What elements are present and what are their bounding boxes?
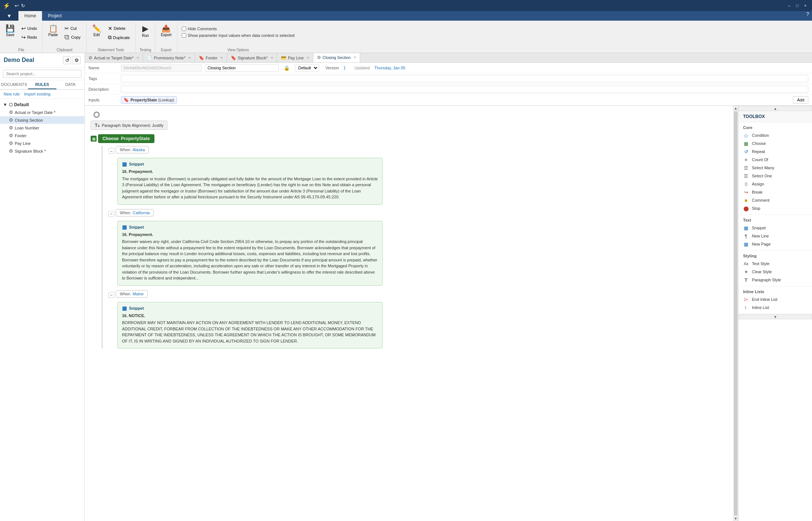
toolbox-item-inline-list[interactable]: I. Inline List — [739, 303, 812, 312]
tab-promissory-note[interactable]: 📄 Promissory Note* × — [143, 53, 195, 62]
california-content: ▦ Snippet 16. Prepayment. Borrower waive… — [117, 221, 727, 286]
cut-button[interactable]: ✂ Cut — [62, 24, 83, 32]
run-button[interactable]: ▶ Run — [139, 23, 152, 39]
when-node-maine[interactable]: When Maine — [116, 290, 148, 298]
sidebar-tab-data[interactable]: DATA — [56, 80, 84, 89]
toolbox-item-break[interactable]: ↪ Break — [739, 188, 812, 196]
maximize-button[interactable]: □ — [794, 2, 801, 9]
edit-button[interactable]: ✏️ Edit — [90, 23, 104, 39]
copy-button[interactable]: ⿻ Copy — [62, 33, 83, 41]
show-params-input[interactable] — [182, 33, 186, 38]
name-input[interactable] — [205, 64, 279, 72]
canvas-scroll-thumb[interactable] — [734, 111, 738, 515]
toolbox-item-select-one[interactable]: ☰ Select One — [739, 172, 812, 180]
sidebar-item-loan-number[interactable]: ⚙ Loan Number — [0, 124, 84, 132]
property-state-icon: 🔖 — [123, 97, 129, 103]
search-box — [0, 67, 84, 80]
collapse-alaska[interactable]: – — [108, 148, 114, 154]
add-input-button[interactable]: Add — [793, 96, 808, 104]
show-params-checkbox[interactable]: Show parameter input values when data co… — [180, 32, 296, 38]
collapse-california[interactable]: – — [108, 211, 114, 217]
toolbox-item-count-of[interactable]: ≡ Count Of — [739, 156, 812, 164]
toolbox-item-repeat[interactable]: ↺ Repeat — [739, 147, 812, 156]
search-input[interactable] — [3, 70, 81, 78]
close-button[interactable]: × — [802, 2, 809, 9]
tab-close-pay-line[interactable]: × — [307, 55, 309, 60]
tab-actual-target[interactable]: ⚙ Actual or Target Date* × — [85, 53, 143, 62]
toolbox-item-snippet[interactable]: ▦ Snippet — [739, 224, 812, 232]
sidebar-item-signature-block[interactable]: ⚙ Signature Block * — [0, 147, 84, 155]
snippet-maine[interactable]: ▦ Snippet 16. NOTICE. BORROWER MAY NOT M… — [117, 302, 383, 349]
redo-button[interactable]: ↪ Redo — [19, 33, 39, 41]
paste-button[interactable]: 📋 Paste — [46, 23, 60, 39]
save-icon: 💾 — [6, 25, 15, 32]
delete-button[interactable]: ✕ Delete — [105, 24, 133, 32]
tags-input[interactable] — [121, 75, 808, 82]
description-input[interactable] — [121, 86, 808, 93]
sidebar-tab-rules[interactable]: RULES — [28, 80, 56, 89]
toolbox-item-assign[interactable]: ⟨⟩ Assign — [739, 180, 812, 188]
tab-closing-section[interactable]: ⚙ Closing Section × — [313, 53, 360, 62]
sidebar-tab-documents[interactable]: DOCUMENTS — [0, 80, 28, 89]
sidebar-item-actual-target[interactable]: ⚙ Actual or Target Date * — [0, 108, 84, 116]
collapse-maine[interactable]: – — [108, 292, 114, 298]
toolbox-item-new-page[interactable]: ▦ New Page — [739, 240, 812, 248]
save-button[interactable]: 💾 Save — [3, 23, 17, 39]
tab-home[interactable]: Home — [18, 11, 42, 21]
new-rule-link[interactable]: New rule — [4, 92, 20, 96]
canvas-scroll-down[interactable]: ▼ — [733, 516, 738, 521]
toolbox-item-comment[interactable]: ■ Comment — [739, 196, 812, 204]
when-node-alaska[interactable]: When Alaska — [116, 146, 149, 153]
tab-icon-signature-block: 🔖 — [231, 55, 236, 60]
snippet-alaska[interactable]: ▦ Snippet 16. Prepayment. The mortgagor … — [117, 158, 383, 205]
choose-collapse-btn[interactable]: ▦ — [91, 136, 97, 142]
tab-close-signature-block[interactable]: × — [271, 55, 273, 60]
when-node-california[interactable]: When California — [116, 209, 154, 216]
snippet-california[interactable]: ▦ Snippet 16. Prepayment. Borrower waive… — [117, 221, 383, 286]
tab-pay-line[interactable]: 💳 Pay Line × — [277, 53, 313, 62]
toolbox-item-new-line[interactable]: ¶ New Line — [739, 232, 812, 240]
import-existing-link[interactable]: Import existing — [24, 92, 50, 96]
undo-button[interactable]: ↩ Undo — [19, 24, 39, 32]
settings-button[interactable]: ⚙ — [73, 56, 81, 64]
sidebar-item-closing-section[interactable]: ⚙ Closing Section — [0, 116, 84, 124]
canvas-scroll-up[interactable]: ▲ — [733, 106, 738, 111]
tree-group-default-header[interactable]: ▼ ⬡ Default — [0, 101, 84, 108]
tab-close-promissory-note[interactable]: × — [188, 55, 191, 60]
form-row-name: Name 54e4dd06e4b02e8d10fecee2 document.q… — [85, 63, 812, 73]
default-select[interactable]: Default — [295, 64, 319, 72]
toolbox-item-clear-style[interactable]: ✶ Clear Style — [739, 268, 812, 276]
toolbox-item-end-inline-list[interactable]: 1× End Inline List — [739, 295, 812, 303]
comment-icon: ■ — [743, 197, 749, 203]
choose-node[interactable]: Choose PropertyState — [98, 134, 154, 143]
minimize-button[interactable]: – — [785, 2, 793, 9]
redo-icon-title[interactable]: ↻ — [21, 3, 25, 8]
sidebar-item-pay-line[interactable]: ⚙ Pay Line — [0, 139, 84, 147]
toolbox-item-choose[interactable]: ▦ Choose — [739, 139, 812, 147]
tab-project[interactable]: Project — [42, 11, 67, 21]
tab-footer[interactable]: 🔖 Footer × — [195, 53, 227, 62]
toolbox-item-select-many[interactable]: ☰ Select Many — [739, 164, 812, 172]
condition-icon: ◇ — [743, 132, 749, 138]
toolbox-item-paragraph-style[interactable]: T Paragraph Style — [739, 276, 812, 284]
export-button[interactable]: 📤 Export — [158, 23, 174, 39]
sidebar-item-footer[interactable]: ⚙ Footer — [0, 132, 84, 139]
tree-item-icon-loan-number: ⚙ — [9, 125, 13, 131]
app-menu-button[interactable]: ▼ — [0, 11, 18, 21]
refresh-button[interactable]: ↺ — [63, 56, 71, 64]
tab-close-footer[interactable]: × — [220, 55, 223, 60]
tab-close-closing-section[interactable]: × — [353, 55, 356, 60]
toolbox-scroll-up[interactable]: ▲ — [739, 106, 812, 111]
tab-close-actual-target[interactable]: × — [136, 55, 139, 60]
tab-signature-block[interactable]: 🔖 Signature Block* × — [227, 53, 277, 62]
hide-comments-input[interactable] — [182, 27, 186, 31]
duplicate-button[interactable]: ⧉ Duplicate — [105, 33, 133, 42]
toolbox-item-stop[interactable]: ⬤ Stop — [739, 204, 812, 212]
toolbox-item-condition[interactable]: ◇ Condition — [739, 131, 812, 139]
undo-icon-title[interactable]: ↩ — [15, 3, 19, 8]
toolbox-item-text-style[interactable]: Aa Text Style — [739, 260, 812, 268]
hide-comments-checkbox[interactable]: Hide Comments — [180, 26, 296, 32]
help-icon[interactable]: ? — [806, 11, 809, 21]
toolbox-scroll-down[interactable]: ▼ — [739, 314, 812, 319]
para-style-node[interactable]: Tₐ Paragraph Style Alignment: Justify — [91, 121, 167, 130]
